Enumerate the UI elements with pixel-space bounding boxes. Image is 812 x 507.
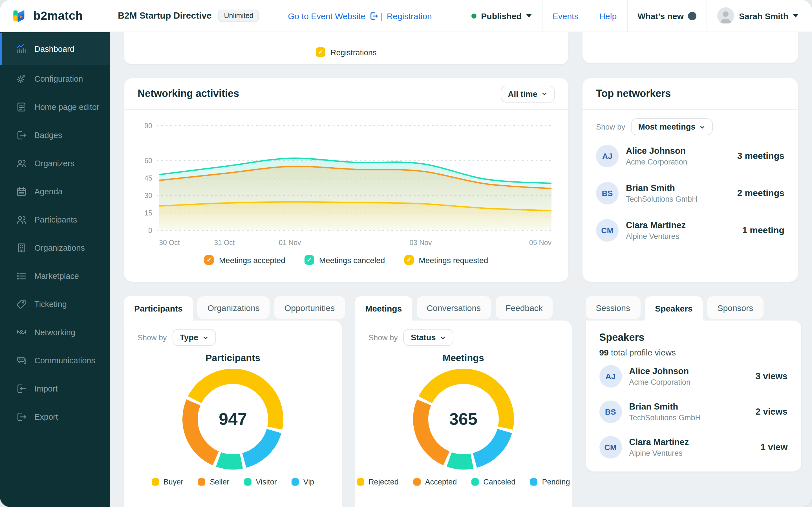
- person-name: Alice Johnson: [626, 146, 737, 156]
- participants-tab-opportunities[interactable]: Opportunities: [274, 296, 345, 319]
- meetings-tab-group: MeetingsConversationsFeedback: [355, 296, 571, 321]
- participants-tab-participants[interactable]: Participants: [124, 296, 193, 321]
- events-link[interactable]: Events: [553, 11, 578, 20]
- sidebar-item-networking[interactable]: Networking: [0, 318, 110, 346]
- legend-checkbox[interactable]: ✓: [204, 255, 214, 265]
- account-menu[interactable]: Sarah Smith: [707, 0, 812, 32]
- building-icon: [16, 242, 27, 253]
- legend-item: Visitor: [244, 478, 277, 486]
- chevron-down-icon: [541, 91, 548, 97]
- sidebar-item-import[interactable]: Import: [0, 375, 110, 403]
- whats-new-label: What's new: [638, 11, 684, 20]
- svg-text:60: 60: [144, 157, 152, 165]
- partial-card: [582, 32, 798, 63]
- published-status-label: Published: [481, 11, 521, 20]
- legend-item: ✓ Meetings accepted: [204, 255, 285, 265]
- import-icon: [16, 383, 27, 394]
- right-panel-tab-sponsors[interactable]: Sponsors: [707, 296, 763, 319]
- show-by-label: Show by: [138, 333, 167, 342]
- top-networkers-title: Top networkers: [596, 88, 671, 100]
- registrations-legend-label: Registrations: [331, 48, 376, 57]
- list-item: AJ Alice Johnson Acme Corporation 3 meet…: [596, 137, 784, 175]
- right-panel-tab-sessions[interactable]: Sessions: [586, 296, 640, 319]
- legend-item: Seller: [198, 478, 229, 486]
- participants-tab-organizations[interactable]: Organizations: [197, 296, 270, 319]
- help-link[interactable]: Help: [599, 11, 617, 20]
- registrations-legend-checkbox[interactable]: ✓: [316, 47, 325, 57]
- sidebar-item-label: Networking: [35, 328, 75, 337]
- person-metric: 1 meeting: [742, 225, 784, 235]
- participants-donut-legend: Buyer Seller Visitor Vip: [124, 478, 342, 486]
- svg-text:01 Nov: 01 Nov: [278, 238, 301, 246]
- brand-wordmark: b2match: [33, 9, 83, 22]
- legend-label: Buyer: [163, 478, 184, 486]
- person-name: Brian Smith: [629, 401, 755, 411]
- speakers-panel: SessionsSpeakersSponsors Speakers 99 tot…: [586, 296, 801, 471]
- sidebar-item-export[interactable]: Export: [0, 403, 110, 431]
- sidebar-item-label: Import: [35, 384, 57, 393]
- person-organization: Acme Corporation: [626, 158, 737, 166]
- svg-text:30 Oct: 30 Oct: [159, 238, 180, 246]
- meetings-tab-conversations[interactable]: Conversations: [416, 296, 491, 319]
- sidebar-item-communications[interactable]: Communications: [0, 346, 110, 375]
- person-metric: 3 views: [755, 371, 788, 381]
- chat-icon: [16, 355, 27, 366]
- time-range-dropdown[interactable]: All time: [500, 86, 555, 102]
- legend-item: Rejected: [357, 478, 399, 486]
- registrations-chart-card: ✓ Registrations: [124, 32, 568, 64]
- list-item: AJ Alice Johnson Acme Corporation 3 view…: [599, 358, 788, 394]
- brand[interactable]: b2match: [0, 7, 110, 24]
- avatar: AJ: [599, 365, 622, 387]
- person-name: Brian Smith: [626, 183, 737, 193]
- sidebar-item-ticketing[interactable]: Ticketing: [0, 290, 110, 318]
- whats-new-button[interactable]: What's new: [627, 0, 707, 32]
- speakers-total-suffix: total profile views: [609, 348, 676, 357]
- sidebar-item-home-page-editor[interactable]: Home page editor: [0, 93, 110, 121]
- legend-checkbox[interactable]: ✓: [404, 255, 414, 265]
- speakers-card: Speakers 99 total profile views AJ Alice…: [586, 321, 801, 471]
- registration-link[interactable]: Registration: [387, 11, 432, 20]
- participants-groupby-dropdown[interactable]: Type: [172, 329, 216, 346]
- legend-item: Pending: [530, 478, 570, 486]
- sidebar-item-participants[interactable]: Participants: [0, 206, 110, 234]
- sidebar-item-organizers[interactable]: Organizers: [0, 149, 110, 177]
- list-item: CM Clara Martinez Alpine Ventures 1 meet…: [596, 212, 784, 249]
- meetings-donut-title: Meetings: [355, 353, 571, 364]
- legend-label: Meetings canceled: [319, 256, 385, 265]
- meetings-groupby-dropdown[interactable]: Status: [403, 329, 453, 346]
- b2match-logo-icon: [11, 7, 28, 24]
- legend-label: Pending: [542, 478, 570, 486]
- legend-checkbox[interactable]: ✓: [305, 255, 314, 265]
- sidebar-item-badges[interactable]: Badges: [0, 121, 110, 149]
- sidebar-item-dashboard[interactable]: Dashboard: [0, 33, 110, 65]
- person-icon: [718, 7, 734, 24]
- user-name: Sarah Smith: [739, 11, 788, 20]
- svg-text:90: 90: [144, 122, 152, 129]
- sidebar-item-marketplace[interactable]: Marketplace: [0, 262, 110, 290]
- networkers-sort-dropdown[interactable]: Most meetings: [631, 118, 713, 135]
- event-website-link[interactable]: Go to Event Website: [288, 11, 379, 20]
- chevron-down-icon: [526, 14, 532, 17]
- sidebar-item-agenda[interactable]: Agenda: [0, 177, 110, 206]
- sidebar-item-configuration[interactable]: Configuration: [0, 65, 110, 93]
- legend-label: Vip: [303, 478, 314, 486]
- top-networkers-list: AJ Alice Johnson Acme Corporation 3 meet…: [582, 135, 798, 249]
- meetings-tab-meetings[interactable]: Meetings: [355, 296, 412, 321]
- speakers-list: AJ Alice Johnson Acme Corporation 3 view…: [599, 357, 788, 465]
- external-link-icon: [369, 11, 379, 20]
- sidebar-item-label: Configuration: [35, 74, 83, 83]
- sidebar-nav: Dashboard Configuration Home page editor…: [0, 32, 110, 507]
- networkers-sort-value: Most meetings: [638, 122, 696, 131]
- legend-label: Seller: [210, 478, 229, 486]
- sidebar-item-organizations[interactable]: Organizations: [0, 234, 110, 262]
- legend-swatch: [530, 478, 538, 486]
- svg-text:0: 0: [148, 226, 152, 234]
- publish-status-dropdown[interactable]: Published: [461, 0, 542, 32]
- legend-swatch: [244, 478, 251, 486]
- svg-text:03 Nov: 03 Nov: [409, 238, 432, 246]
- meetings-donut-legend: Rejected Accepted Canceled Pending: [355, 478, 571, 486]
- sidebar-item-label: Organizers: [35, 159, 74, 168]
- right-panel-tab-speakers[interactable]: Speakers: [645, 296, 703, 321]
- avatar: CM: [596, 219, 619, 242]
- meetings-tab-feedback[interactable]: Feedback: [495, 296, 553, 319]
